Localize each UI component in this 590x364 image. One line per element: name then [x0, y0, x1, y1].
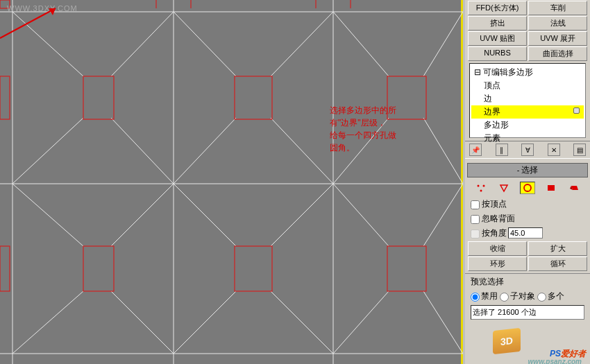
stack-editable-poly[interactable]: ⊟ 可编辑多边形	[471, 66, 584, 79]
annotation-line: 选择多边形中的所	[330, 104, 396, 116]
shrink-button[interactable]: 收缩	[468, 241, 527, 256]
svg-rect-36	[235, 246, 272, 291]
svg-line-27	[271, 291, 333, 354]
edge-subobj-icon[interactable]	[496, 182, 512, 194]
stack-polygon[interactable]: 多边形	[471, 119, 584, 132]
svg-line-19	[111, 184, 174, 246]
svg-line-17	[423, 118, 463, 184]
preview-label-row: 预览选择	[465, 273, 590, 289]
svg-line-12	[12, 118, 83, 184]
svg-point-45	[477, 185, 479, 187]
preview-label: 预览选择	[471, 277, 504, 286]
by-angle-label: 按角度	[482, 228, 507, 238]
border-subobj-icon[interactable]	[520, 182, 535, 194]
by-angle-checkbox[interactable]	[471, 229, 480, 239]
svg-line-21	[271, 184, 333, 246]
by-vertex-label: 按顶点	[482, 199, 507, 209]
stack-edge[interactable]: 边	[471, 92, 584, 105]
by-vertex-checkbox[interactable]	[471, 200, 480, 209]
svg-point-48	[524, 184, 531, 191]
ignore-backfacing-label: 忽略背面	[482, 214, 515, 223]
preview-multi-label: 多个	[548, 291, 564, 301]
modifier-buttons-row: NURBS 曲面选择	[467, 46, 588, 61]
svg-line-8	[174, 12, 236, 76]
preview-off-radio[interactable]	[471, 293, 480, 302]
face-select-button[interactable]: 曲面选择	[528, 46, 587, 61]
grow-button[interactable]: 扩大	[528, 241, 587, 256]
subobject-icons-row	[465, 179, 590, 197]
stack-vertex[interactable]: 顶点	[471, 79, 584, 92]
modifier-stack[interactable]: ⊟ 可编辑多边形 ¦¦¦¦¦ 顶点 边 边界 多边形 元素	[469, 63, 586, 138]
wireframe-mesh	[0, 0, 463, 364]
polygon-subobj-icon[interactable]	[543, 182, 559, 194]
ignore-backfacing-checkbox[interactable]	[471, 215, 480, 224]
svg-point-47	[480, 190, 482, 192]
svg-line-20	[174, 184, 236, 246]
modifier-buttons-row: 挤出 法线	[467, 16, 588, 31]
make-unique-icon[interactable]: ∀	[521, 144, 534, 156]
stack-border-label: 边界	[484, 107, 500, 116]
by-angle-spinner[interactable]: 45.0	[508, 227, 543, 239]
selection-info: 选择了 21600 个边	[471, 305, 584, 320]
svg-rect-35	[83, 246, 114, 291]
svg-rect-32	[235, 76, 272, 119]
svg-line-11	[423, 12, 463, 76]
preview-multi-radio[interactable]	[537, 293, 546, 302]
modifier-buttons-row: FFD(长方体) 车削	[467, 1, 588, 15]
ring-loop-row: 环形 循环	[467, 257, 588, 271]
svg-rect-38	[0, 246, 10, 291]
stack-root-label: 可编辑多边形	[483, 67, 533, 77]
spline-button[interactable]: 法线	[528, 16, 587, 31]
ffd-button[interactable]: FFD(长方体)	[468, 1, 527, 15]
lamp-icon	[573, 107, 580, 114]
uvw-map-button[interactable]: UVW 贴图	[468, 31, 527, 46]
preview-subobj-radio[interactable]	[500, 293, 509, 302]
svg-line-26	[174, 291, 236, 354]
svg-rect-49	[548, 185, 555, 191]
annotation-text: 选择多边形中的所 有"边界"层级， 给每一个四方孔做 圆角。	[330, 104, 396, 154]
uvw-unwrap-button[interactable]: UVW 展开	[528, 31, 587, 46]
svg-line-13	[111, 118, 174, 184]
loop-button[interactable]: 循环	[528, 257, 587, 271]
nurbs-button[interactable]: NURBS	[468, 46, 527, 61]
svg-line-22	[333, 184, 389, 246]
svg-line-29	[423, 291, 463, 354]
rollout-header-selection[interactable]: - 选择	[467, 163, 588, 177]
by-vertex-row: 按顶点	[465, 197, 590, 211]
selection-rollout: - 选择 按顶点 忽略背面 按角度45.0 收缩 扩大 环形 循环 预览选择 禁…	[465, 163, 590, 320]
svg-line-24	[12, 291, 83, 354]
preview-subobj-label: 子对象	[510, 291, 535, 301]
svg-line-14	[174, 118, 236, 184]
annotation-line: 给每一个四方孔做	[330, 129, 396, 141]
svg-line-15	[271, 118, 333, 184]
annotation-arrow	[0, 0, 69, 42]
vertex-subobj-icon[interactable]	[473, 182, 489, 194]
command-panel: FFD(长方体) 车削 挤出 法线 UVW 贴图 UVW 展开 NURBS 曲面…	[465, 0, 590, 364]
stack-element[interactable]: 元素	[471, 132, 584, 145]
lathe-button[interactable]: 车削	[528, 1, 587, 15]
svg-line-28	[333, 291, 389, 354]
svg-line-23	[423, 184, 463, 246]
svg-line-9	[271, 12, 333, 76]
logo-3d-badge: 3D	[493, 328, 521, 354]
remove-modifier-icon[interactable]: ✕	[548, 144, 560, 156]
by-angle-row: 按角度45.0	[465, 226, 590, 241]
viewport-3d[interactable]: WWW.3DXY.COM 选择多边形中的所 有"边界"层级， 给每一个四方孔做 …	[0, 0, 463, 364]
ring-button[interactable]: 环形	[468, 257, 527, 271]
preview-radio-row: 禁用 子对象 多个	[465, 289, 590, 304]
show-end-result-icon[interactable]: ∥	[496, 144, 508, 156]
stack-border[interactable]: 边界	[471, 105, 584, 119]
modifier-buttons-row: UVW 贴图 UVW 展开	[467, 31, 588, 46]
svg-rect-31	[83, 76, 114, 119]
element-subobj-icon[interactable]	[566, 182, 582, 194]
extrude-button[interactable]: 挤出	[468, 16, 527, 31]
svg-line-10	[333, 12, 389, 76]
ignore-backfacing-row: 忽略背面	[465, 211, 590, 226]
configure-sets-icon[interactable]: ▤	[573, 144, 586, 156]
pin-stack-icon[interactable]: 📌	[469, 144, 482, 156]
annotation-line: 圆角。	[330, 141, 396, 154]
rollout-title: 选择	[521, 165, 538, 175]
svg-line-43	[0, 8, 56, 38]
watermark-url: www.psanz.com	[528, 358, 582, 364]
shrink-grow-row: 收缩 扩大	[467, 241, 588, 256]
